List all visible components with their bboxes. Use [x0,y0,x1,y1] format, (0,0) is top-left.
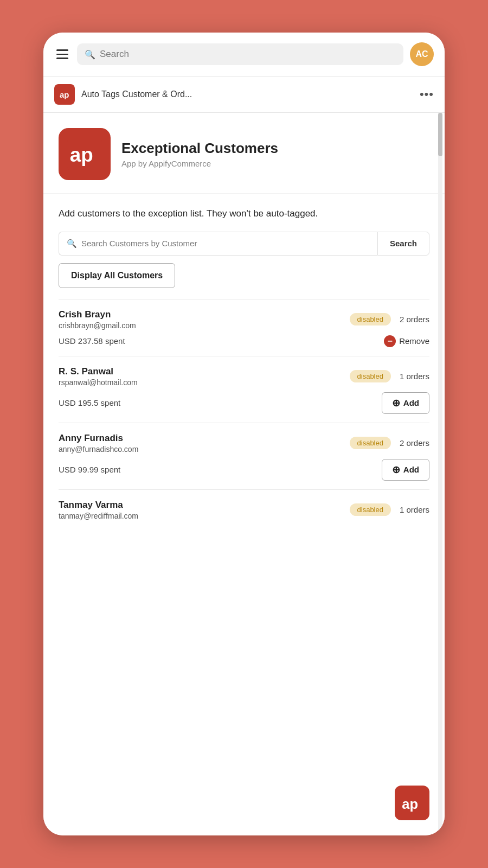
scroll-indicator [438,113,442,835]
customer-name: Tanmay Varma [59,500,350,510]
description-section: Add customers to the exception list. The… [43,194,445,232]
main-content: ap Exceptional Customers App by AppifyCo… [43,113,445,835]
customer-top-row: Crish Brayn crishbrayn@gmail.com disable… [59,309,429,330]
customer-search-field[interactable]: 🔍 [59,232,377,256]
customer-email: rspanwal@hotmail.com [59,378,350,387]
app-logo-large: ap [59,128,111,180]
phone-container: 🔍 AC ap Auto Tags Customer & Ord... ••• [43,33,445,835]
search-section: 🔍 Search Display All Customers [43,232,445,299]
customer-item: Anny Furnadis anny@furnadishco.com disab… [59,423,429,489]
customer-name: Crish Brayn [59,309,350,320]
app-title: Exceptional Customers [121,140,278,157]
amount-spent: USD 237.58 spent [59,336,125,346]
orders-count: 2 orders [400,438,429,448]
customer-email: tanmay@rediffmail.com [59,512,350,520]
orders-count: 1 orders [400,372,429,381]
customer-bottom-row: USD 99.99 spent ⊕ Add [59,459,429,481]
search-bar-icon: 🔍 [85,49,95,60]
customer-meta: disabled 2 orders [350,437,429,449]
app-icon-small: ap [54,84,75,105]
customer-list: Crish Brayn crishbrayn@gmail.com disable… [43,299,445,531]
add-button[interactable]: ⊕ Add [382,459,429,481]
top-bar: 🔍 AC [43,33,445,76]
global-search-input[interactable] [100,49,396,60]
add-icon: ⊕ [392,397,400,409]
disabled-badge: disabled [350,313,391,326]
app-header-left: ap Auto Tags Customer & Ord... [54,84,192,105]
svg-text:ap: ap [402,796,418,812]
amount-spent: USD 195.5 spent [59,398,120,407]
disabled-badge: disabled [350,437,391,449]
search-row: 🔍 Search [59,232,429,256]
svg-text:ap: ap [70,144,93,166]
customer-bottom-row: USD 195.5 spent ⊕ Add [59,392,429,414]
app-header-row: ap Auto Tags Customer & Ord... ••• [43,76,445,113]
customer-top-row: R. S. Panwal rspanwal@hotmail.com disabl… [59,366,429,387]
customer-meta: disabled 2 orders [350,313,429,326]
customer-email: crishbrayn@gmail.com [59,321,350,330]
global-search-bar[interactable]: 🔍 [77,43,403,65]
disabled-badge: disabled [350,370,391,382]
disabled-badge: disabled [350,503,391,516]
customer-name: R. S. Panwal [59,366,350,377]
add-label: Add [403,465,419,474]
amount-spent: USD 99.99 spent [59,465,120,474]
display-all-customers-button[interactable]: Display All Customers [59,263,175,288]
app-subtitle: App by AppifyCommerce [121,159,278,168]
hamburger-icon[interactable] [54,47,70,61]
orders-count: 1 orders [400,505,429,514]
orders-count: 2 orders [400,315,429,324]
customer-item: R. S. Panwal rspanwal@hotmail.com disabl… [59,356,429,423]
customer-top-row: Anny Furnadis anny@furnadishco.com disab… [59,433,429,454]
customer-item: Tanmay Varma tanmay@rediffmail.com disab… [59,489,429,531]
customer-meta: disabled 1 orders [350,370,429,382]
customer-info: Anny Furnadis anny@furnadishco.com [59,433,350,454]
branding-section: ap Exceptional Customers App by AppifyCo… [43,113,445,194]
svg-text:ap: ap [60,90,69,99]
remove-label: Remove [399,336,429,346]
customer-top-row: Tanmay Varma tanmay@rediffmail.com disab… [59,500,429,520]
bottom-logo-watermark: ap [395,786,429,820]
customer-info: Tanmay Varma tanmay@rediffmail.com [59,500,350,520]
add-button[interactable]: ⊕ Add [382,392,429,414]
customer-info: Crish Brayn crishbrayn@gmail.com [59,309,350,330]
avatar[interactable]: AC [410,42,434,66]
add-label: Add [403,398,419,407]
customer-search-input[interactable] [81,239,370,248]
app-header-title: Auto Tags Customer & Ord... [81,90,192,99]
remove-button[interactable]: − Remove [384,335,429,347]
search-magnifier-icon: 🔍 [67,239,77,248]
add-icon: ⊕ [392,464,400,476]
customer-email: anny@furnadishco.com [59,445,350,454]
customer-name: Anny Furnadis [59,433,350,444]
customer-meta: disabled 1 orders [350,503,429,516]
description-text: Add customers to the exception list. The… [59,207,429,221]
scroll-thumb [438,113,442,156]
search-button[interactable]: Search [377,232,429,256]
customer-info: R. S. Panwal rspanwal@hotmail.com [59,366,350,387]
customer-bottom-row: USD 237.58 spent − Remove [59,335,429,347]
branding-text: Exceptional Customers App by AppifyComme… [121,140,278,168]
more-options-icon[interactable]: ••• [420,87,434,101]
customer-item: Crish Brayn crishbrayn@gmail.com disable… [59,299,429,356]
remove-icon: − [384,335,396,347]
